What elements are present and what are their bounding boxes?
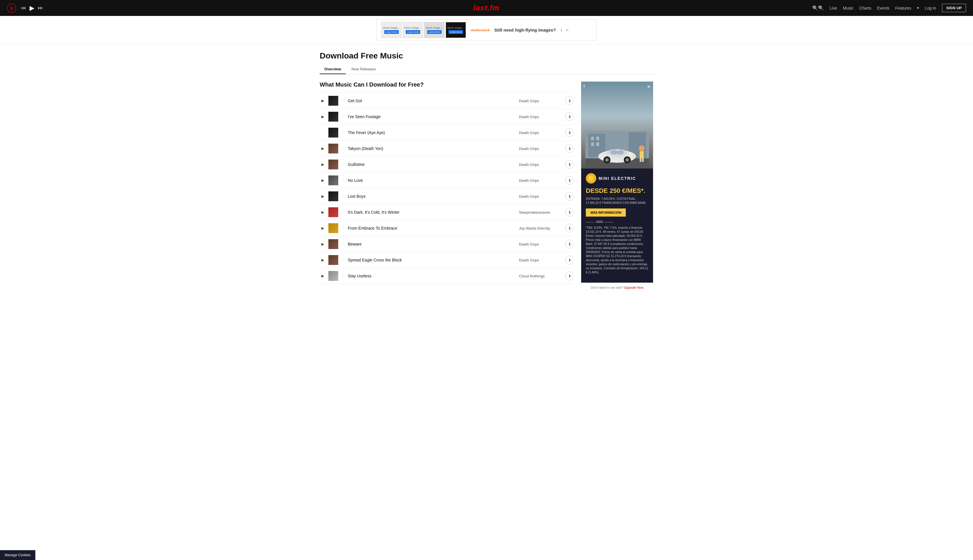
heart-icon[interactable]: ♡ <box>341 242 345 247</box>
nav-live[interactable]: Live <box>830 6 837 10</box>
heart-icon[interactable]: ♡ <box>341 98 345 103</box>
download-button[interactable]: ⬇ <box>565 97 574 105</box>
svg-rect-19 <box>640 151 644 158</box>
lastfm-small-logo: ◎ <box>7 3 16 13</box>
download-button[interactable]: ⬇ <box>565 208 574 217</box>
ad-image-1: Stock Image:... Learn more <box>382 22 402 38</box>
car-svg <box>585 131 649 168</box>
download-button[interactable]: ⬇ <box>565 112 574 121</box>
mini-brand-label: MINI ELECTRIC <box>598 176 636 181</box>
play-track-button[interactable]: ▶ <box>320 210 325 214</box>
play-track-button[interactable]: ▶ <box>320 99 325 103</box>
tab-new-releases[interactable]: New Releases <box>347 65 380 74</box>
track-image <box>328 96 338 106</box>
track-image <box>328 255 338 265</box>
nav-music[interactable]: Music <box>843 6 854 10</box>
play-track-button[interactable]: ▶ <box>320 274 325 278</box>
ad-learn-more-1[interactable]: Learn more <box>384 30 399 34</box>
play-track-button[interactable]: ▶ <box>320 178 325 182</box>
track-image <box>328 128 338 138</box>
track-name: Beware <box>348 242 516 247</box>
fast-forward-button[interactable]: ⏭ <box>38 5 43 11</box>
track-artist: Death Grips <box>519 131 562 135</box>
signup-button[interactable]: SIGN UP <box>942 4 966 12</box>
page-title: Download Free Music <box>320 51 653 60</box>
ad-image-3: Stock Image:... Learn more <box>424 22 445 38</box>
ad-info-icon[interactable]: ℹ <box>583 84 585 88</box>
ad-learn-more-3[interactable]: Learn more <box>427 30 442 34</box>
download-button[interactable]: ⬇ <box>565 240 574 248</box>
heart-icon[interactable]: ♡ <box>341 178 345 183</box>
play-track-button[interactable]: ▶ <box>320 147 325 150</box>
download-button[interactable]: ⬇ <box>565 192 574 201</box>
track-artist: Death Grips <box>519 99 562 103</box>
upgrade-now-link[interactable]: Upgrade Now <box>624 286 643 289</box>
track-image <box>328 271 338 281</box>
heart-icon[interactable]: ♡ <box>341 130 345 135</box>
header-right: 🔍 Live Music Charts Events Features • Lo… <box>812 4 966 12</box>
track-image <box>328 112 338 122</box>
heart-icon[interactable]: ♡ <box>341 258 345 262</box>
rewind-button[interactable]: ⏮ <box>21 5 26 11</box>
play-track-button[interactable]: ▶ <box>320 242 325 246</box>
play-track-button[interactable]: ▶ <box>320 162 325 167</box>
svg-rect-5 <box>591 142 594 146</box>
ad-info-icon[interactable]: ℹ <box>561 28 562 32</box>
heart-icon[interactable]: ♡ <box>341 162 345 167</box>
sidebar-ad-fine-print: *TAE: 8,29%. TIN: 7,5%. Importe a financ… <box>586 226 648 275</box>
nav-more-dot[interactable]: • <box>917 5 919 11</box>
heart-icon[interactable]: ♡ <box>341 146 345 151</box>
login-button[interactable]: Log In <box>925 6 936 10</box>
ad-close-icon[interactable]: ✕ <box>647 84 651 90</box>
play-button[interactable]: ▶ <box>30 4 35 12</box>
svg-rect-3 <box>591 137 594 140</box>
track-name: Lost Boys <box>348 194 516 198</box>
nav-events[interactable]: Events <box>877 6 890 10</box>
track-image <box>328 160 338 169</box>
nav-charts[interactable]: Charts <box>859 6 871 10</box>
table-row: ▶ ♡ From Embrace To Embrace Joy Wants Et… <box>320 220 574 236</box>
download-button[interactable]: ⬇ <box>565 144 574 153</box>
svg-rect-21 <box>642 158 644 162</box>
ad-image-1-label: Stock Image:... <box>383 27 400 29</box>
main-nav: Live Music Charts Events Features • <box>830 5 919 11</box>
ad-learn-more-4[interactable]: Learn more <box>448 30 463 34</box>
heart-icon[interactable]: ♡ <box>341 226 345 230</box>
track-artist: Sleepmakeswaves <box>519 210 562 215</box>
car-visual <box>581 82 653 168</box>
sidebar-ad-content: 🟡 MINI ELECTRIC DESDE 250 €/MES*. ENTRAD… <box>581 168 653 283</box>
ad-close-icon[interactable]: ✕ <box>566 28 569 32</box>
mini-wing-logo: ——— MINI ——— <box>586 220 648 223</box>
svg-rect-20 <box>640 158 641 162</box>
download-button[interactable]: ⬇ <box>565 176 574 185</box>
table-row: ▶ ♡ The Fever (Aye Aye) Death Grips ⬇ <box>320 125 574 141</box>
play-track-button[interactable]: ▶ <box>320 194 325 198</box>
nav-features[interactable]: Features <box>895 6 911 10</box>
download-button[interactable]: ⬇ <box>565 160 574 169</box>
download-button[interactable]: ⬇ <box>565 272 574 280</box>
track-name: It's Dark, It's Cold, It's Winter <box>348 210 516 215</box>
table-row: ▶ ♡ It's Dark, It's Cold, It's Winter Sl… <box>320 205 574 220</box>
tab-overview[interactable]: Overview <box>320 65 346 74</box>
play-track-button[interactable]: ▶ <box>320 258 325 262</box>
heart-icon[interactable]: ♡ <box>341 114 345 119</box>
track-name: From Embrace To Embrace <box>348 226 516 230</box>
download-button[interactable]: ⬇ <box>565 256 574 264</box>
track-image <box>328 223 338 233</box>
download-button[interactable]: ⬇ <box>565 128 574 137</box>
main-layout: What Music Can I Download for Free? ▶ ♡ … <box>320 74 653 292</box>
mas-info-button[interactable]: MÁS INFORMACIÓN <box>586 208 626 217</box>
play-track-button[interactable]: ▶ <box>320 115 325 119</box>
heart-icon[interactable]: ♡ <box>341 194 345 198</box>
ad-tagline: Still need high-flying images? <box>494 28 556 32</box>
table-row: ▶ ♡ I've Seen Footage Death Grips ⬇ <box>320 109 574 125</box>
search-icon[interactable]: 🔍 <box>812 5 824 11</box>
track-artist: Death Grips <box>519 162 562 167</box>
play-track-button[interactable]: ▶ <box>320 226 325 230</box>
heart-icon[interactable]: ♡ <box>341 210 345 215</box>
track-name: I've Seen Footage <box>348 114 516 119</box>
heart-icon[interactable]: ♡ <box>341 273 345 278</box>
track-artist: Death Grips <box>519 147 562 151</box>
ad-learn-more-2[interactable]: Learn more <box>406 30 420 34</box>
download-button[interactable]: ⬇ <box>565 224 574 233</box>
